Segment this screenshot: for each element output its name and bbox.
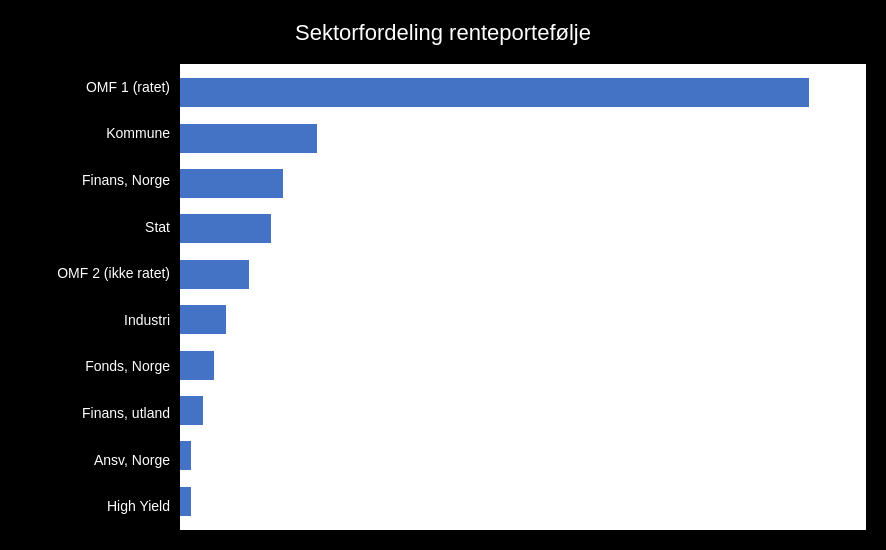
bar	[180, 487, 191, 516]
y-label: Stat	[20, 219, 170, 236]
bar-row	[180, 297, 866, 342]
bar	[180, 396, 203, 425]
bar-row	[180, 161, 866, 206]
y-label: Fonds, Norge	[20, 358, 170, 375]
chart-body: OMF 1 (ratet)KommuneFinans, NorgeStatOMF…	[20, 64, 866, 530]
bar-row	[180, 388, 866, 433]
bar-row	[180, 252, 866, 297]
y-axis-labels: OMF 1 (ratet)KommuneFinans, NorgeStatOMF…	[20, 64, 180, 530]
bar	[180, 78, 809, 107]
chart-area	[180, 64, 866, 530]
chart-container: Sektorfordeling renteportefølje OMF 1 (r…	[0, 0, 886, 550]
bar	[180, 305, 226, 334]
y-label: Ansv, Norge	[20, 452, 170, 469]
bar	[180, 169, 283, 198]
bar-row	[180, 206, 866, 251]
y-label: Finans, Norge	[20, 172, 170, 189]
y-label: Kommune	[20, 125, 170, 142]
bar	[180, 441, 191, 470]
bar-row	[180, 70, 866, 115]
bar	[180, 214, 271, 243]
y-label: High Yield	[20, 498, 170, 515]
chart-title: Sektorfordeling renteportefølje	[20, 20, 866, 46]
bar	[180, 351, 214, 380]
y-label: OMF 2 (ikke ratet)	[20, 265, 170, 282]
bar-row	[180, 479, 866, 524]
y-label: Finans, utland	[20, 405, 170, 422]
y-label: OMF 1 (ratet)	[20, 79, 170, 96]
y-label: Industri	[20, 312, 170, 329]
bar-row	[180, 433, 866, 478]
bar	[180, 124, 317, 153]
bar	[180, 260, 249, 289]
bar-row	[180, 342, 866, 387]
bar-row	[180, 115, 866, 160]
